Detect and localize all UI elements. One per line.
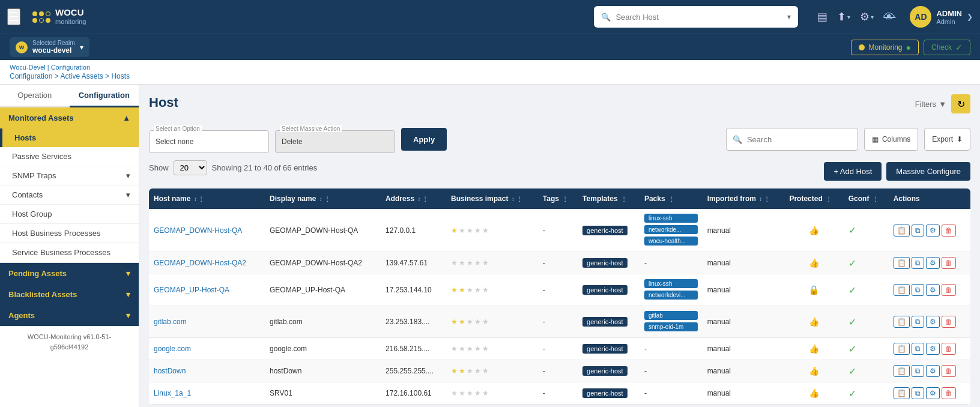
eye-nav-button[interactable]: 👁: [881, 8, 898, 26]
sidebar-item-host-bp[interactable]: Host Business Processes: [0, 224, 139, 243]
action-copy-button[interactable]: ⧉: [912, 387, 924, 399]
action-view-button[interactable]: 📋: [894, 365, 910, 377]
sidebar-section-pending-assets[interactable]: Pending Assets ▾: [0, 263, 139, 284]
gconf-sort-icon[interactable]: ⋮: [873, 196, 879, 202]
action-copy-button[interactable]: ⧉: [912, 343, 924, 355]
action-configure-button[interactable]: ⚙: [926, 316, 940, 328]
sidebar-item-hosts[interactable]: Hosts: [0, 128, 139, 147]
realm-selector[interactable]: W Selected Realm wocu-devel ▾: [10, 37, 89, 57]
host-name-link[interactable]: GEOMAP_UP-Host-QA: [154, 286, 229, 294]
packs-sort-icon[interactable]: ⋮: [668, 196, 674, 202]
tab-configuration[interactable]: Configuration: [70, 85, 139, 107]
action-view-button[interactable]: 📋: [894, 225, 910, 237]
action-view-button[interactable]: 📋: [894, 257, 910, 269]
host-name-link[interactable]: gitlab.com: [154, 318, 187, 326]
action-copy-button[interactable]: ⧉: [912, 365, 924, 377]
action-copy-button[interactable]: ⧉: [912, 257, 924, 269]
breadcrumb-realm-link[interactable]: Wocu-Devel | Configuration: [10, 64, 90, 71]
action-icons-group: 📋 ⧉ ⚙ 🗑: [894, 365, 966, 377]
select-option-dropdown[interactable]: Select none: [149, 130, 269, 153]
action-copy-button[interactable]: ⧉: [912, 316, 924, 328]
action-view-button[interactable]: 📋: [894, 284, 910, 296]
action-view-button[interactable]: 📋: [894, 387, 910, 399]
cell-gconf: ✓: [844, 382, 889, 405]
action-delete-button[interactable]: 🗑: [942, 365, 956, 377]
table-body: GEOMAP_DOWN-Host-QA GEOMAP_DOWN-Host-QA …: [149, 209, 970, 405]
massive-configure-button[interactable]: Massive Configure: [886, 162, 970, 181]
sidebar-item-contacts[interactable]: Contacts ▾: [0, 185, 139, 205]
action-configure-button[interactable]: ⚙: [926, 257, 940, 269]
impact-sort-icon[interactable]: ↕ ⋮: [512, 196, 522, 202]
template-badge: generic-host: [582, 226, 628, 235]
imported-sort-icon[interactable]: ↕ ⋮: [759, 196, 770, 202]
contacts-chevron-icon: ▾: [126, 190, 130, 199]
sidebar-item-host-group[interactable]: Host Group: [0, 205, 139, 224]
cell-hostname: GEOMAP_DOWN-Host-QA2: [149, 252, 265, 274]
select-massive-dropdown[interactable]: Delete: [275, 130, 395, 153]
action-delete-button[interactable]: 🗑: [942, 225, 956, 237]
protected-sort-icon[interactable]: ⋮: [826, 196, 832, 202]
user-avatar: AD: [910, 6, 931, 28]
select-massive-group: Select Massive Action Delete: [275, 130, 395, 153]
filters-row: Filters ▼ ↻: [915, 94, 970, 113]
user-menu[interactable]: AD ADMIN Admin ❯: [910, 6, 973, 28]
action-delete-button[interactable]: 🗑: [942, 387, 956, 399]
action-view-button[interactable]: 📋: [894, 343, 910, 355]
host-name-link[interactable]: google.com: [154, 345, 191, 353]
page-title: Host: [149, 95, 178, 110]
cell-hostname: gitlab.com: [149, 306, 265, 338]
apply-button[interactable]: Apply: [401, 128, 447, 151]
search-host-input[interactable]: [616, 13, 782, 22]
hamburger-menu-button[interactable]: ☰: [7, 8, 20, 25]
show-count-select[interactable]: 20 50 100: [174, 160, 207, 175]
hostname-sort-icon[interactable]: ↕ ⋮: [194, 196, 205, 202]
action-delete-button[interactable]: 🗑: [942, 284, 956, 296]
global-search-bar[interactable]: 🔍 ▾: [594, 6, 798, 28]
monitoring-status-button[interactable]: Monitoring ●: [851, 40, 919, 55]
action-delete-button[interactable]: 🗑: [942, 343, 956, 355]
action-configure-button[interactable]: ⚙: [926, 365, 940, 377]
host-name-link[interactable]: GEOMAP_DOWN-Host-QA: [154, 226, 242, 235]
host-name-link[interactable]: hostDown: [154, 367, 186, 375]
sidebar-section-agents[interactable]: Agents ▾: [0, 305, 139, 326]
tags-sort-icon[interactable]: ⋮: [562, 196, 568, 202]
action-configure-button[interactable]: ⚙: [926, 343, 940, 355]
action-copy-button[interactable]: ⧉: [912, 225, 924, 237]
search-bar-chevron[interactable]: ▾: [787, 13, 791, 21]
columns-button[interactable]: ▦ Columns: [864, 128, 918, 151]
action-configure-button[interactable]: ⚙: [926, 284, 940, 296]
check-status-button[interactable]: Check ✓: [924, 40, 970, 55]
tab-operation[interactable]: Operation: [0, 85, 70, 107]
action-view-button[interactable]: 📋: [894, 316, 910, 328]
action-copy-button[interactable]: ⧉: [912, 284, 924, 296]
notes-nav-button[interactable]: ▤: [815, 8, 830, 26]
sidebar-item-service-bp[interactable]: Service Business Processes: [0, 243, 139, 262]
action-delete-button[interactable]: 🗑: [942, 257, 956, 269]
sidebar-section-blacklisted-assets[interactable]: Blacklisted Assets ▾: [0, 284, 139, 305]
sidebar-item-passive-services[interactable]: Passive Services: [0, 147, 139, 166]
templates-sort-icon[interactable]: ⋮: [621, 196, 627, 202]
cell-displayname: GEOMAP_UP-Host-QA: [265, 274, 381, 306]
cell-tags: -: [538, 360, 578, 382]
action-delete-button[interactable]: 🗑: [942, 316, 956, 328]
displayname-sort-icon[interactable]: ↕ ⋮: [319, 196, 330, 202]
add-host-button[interactable]: + Add Host: [824, 162, 882, 181]
logo-dot-5: [39, 18, 44, 23]
table-search-box[interactable]: 🔍: [726, 128, 858, 151]
star-icon: ★: [482, 367, 489, 375]
monitored-assets-header[interactable]: Monitored Assets ▲: [0, 107, 139, 128]
host-name-link[interactable]: Linux_1a_1: [154, 389, 191, 397]
sidebar-item-snmp-traps[interactable]: SNMP Traps ▾: [0, 166, 139, 185]
export-nav-button[interactable]: ⬆ ▾: [835, 8, 853, 26]
select-massive-label: Select Massive Action: [280, 125, 342, 132]
host-name-link[interactable]: GEOMAP_DOWN-Host-QA2: [154, 259, 246, 267]
template-badge: generic-host: [582, 285, 628, 295]
export-button[interactable]: Export ⬇: [924, 128, 970, 151]
star-icon: ★: [482, 259, 489, 267]
refresh-button[interactable]: ↻: [951, 94, 970, 113]
settings-nav-button[interactable]: ⚙ ▾: [858, 8, 876, 26]
table-search-input[interactable]: [747, 135, 851, 144]
action-configure-button[interactable]: ⚙: [926, 387, 940, 399]
action-configure-button[interactable]: ⚙: [926, 225, 940, 237]
address-sort-icon[interactable]: ↕ ⋮: [417, 196, 428, 202]
